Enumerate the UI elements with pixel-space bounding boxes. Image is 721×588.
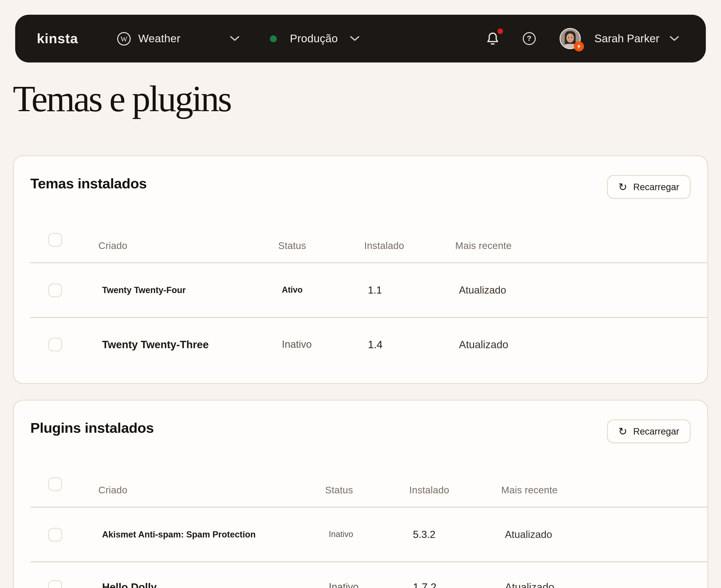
theme-name: Twenty Twenty-Four	[85, 285, 265, 295]
environment-name: Produção	[290, 32, 338, 45]
column-header-instalado: Instalado	[396, 485, 488, 496]
reload-plugins-button[interactable]: ↻ Recarregar	[607, 419, 690, 443]
row-checkbox[interactable]	[48, 580, 62, 588]
table-row: Akismet Anti-spam: Spam Protection Inati…	[31, 508, 707, 561]
page-title: Temas e plugins	[13, 78, 231, 120]
bell-icon	[486, 32, 499, 45]
row-checkbox[interactable]	[48, 528, 62, 541]
avatar	[559, 28, 581, 49]
help-button[interactable]: ?	[523, 32, 536, 45]
theme-version: 1.4	[351, 338, 442, 351]
column-header-status: Status	[312, 485, 396, 496]
table-row: Twenty Twenty-Four Ativo 1.1 Atualizado	[31, 263, 707, 317]
plugin-latest: Atualizado	[488, 581, 707, 588]
refresh-icon: ↻	[618, 426, 627, 437]
chevron-down-icon	[669, 36, 679, 41]
column-header-status: Status	[265, 240, 351, 251]
navbar-right-cluster: ?	[486, 28, 679, 49]
plugin-status: Inativo	[312, 581, 396, 588]
themes-card-header: Temas instalados ↻ Recarregar	[14, 156, 707, 199]
table-row: Twenty Twenty-Three Inativo 1.4 Atualiza…	[31, 318, 707, 371]
column-header-criado: Criado	[85, 240, 265, 251]
themes-card-title: Temas instalados	[31, 175, 147, 192]
help-icon: ?	[523, 32, 536, 45]
table-row: Hello Dolly Inativo 1.7.2 Atualizado	[31, 562, 707, 588]
plugins-table: Criado Status Instalado Mais recente Aki…	[31, 443, 707, 588]
select-all-checkbox[interactable]	[48, 233, 62, 247]
plugins-card-title: Plugins instalados	[31, 420, 154, 436]
notifications-button[interactable]	[486, 32, 499, 45]
column-header-instalado: Instalado	[351, 240, 442, 251]
column-header-mais-recente: Mais recente	[488, 485, 707, 496]
plugin-name: Hello Dolly	[85, 581, 312, 588]
environment-selector[interactable]: Produção	[270, 32, 360, 45]
plugins-table-header: Criado Status Instalado Mais recente	[31, 443, 707, 507]
top-navbar: kinsta W Weather Produção	[15, 15, 706, 62]
themes-card: Temas instalados ↻ Recarregar Criado Sta…	[13, 155, 708, 384]
svg-text:W: W	[120, 35, 127, 43]
theme-status: Ativo	[265, 285, 351, 295]
theme-latest: Atualizado	[442, 284, 707, 296]
environment-status-dot	[270, 35, 277, 42]
theme-name: Twenty Twenty-Three	[85, 338, 265, 351]
notification-dot	[497, 28, 503, 34]
app-root: kinsta W Weather Produção	[0, 0, 721, 588]
themes-table: Criado Status Instalado Mais recente Twe…	[31, 199, 707, 371]
site-selector[interactable]: W Weather	[117, 31, 240, 46]
theme-version: 1.1	[351, 284, 442, 296]
plugin-name: Akismet Anti-spam: Spam Protection	[85, 529, 312, 540]
select-all-checkbox[interactable]	[48, 477, 62, 491]
theme-latest: Atualizado	[442, 338, 707, 351]
plugins-card-header: Plugins instalados ↻ Recarregar	[14, 401, 707, 443]
plugin-latest: Atualizado	[488, 528, 707, 541]
site-name: Weather	[138, 32, 180, 45]
wordpress-icon: W	[117, 31, 131, 46]
plugin-status: Inativo	[312, 530, 396, 539]
reload-themes-button[interactable]: ↻ Recarregar	[607, 175, 690, 199]
column-header-mais-recente: Mais recente	[442, 240, 707, 251]
chevron-down-icon	[350, 36, 359, 41]
plugin-version: 1.7.2	[396, 581, 488, 588]
row-checkbox[interactable]	[48, 283, 62, 297]
reload-button-label: Recarregar	[633, 182, 679, 192]
plugin-version: 5.3.2	[396, 528, 488, 541]
reload-button-label: Recarregar	[633, 426, 679, 437]
lightning-badge	[574, 41, 584, 51]
theme-status: Inativo	[265, 339, 351, 351]
kinsta-logo[interactable]: kinsta	[37, 31, 78, 46]
themes-table-header: Criado Status Instalado Mais recente	[31, 199, 707, 262]
user-menu[interactable]: Sarah Parker	[559, 28, 679, 49]
plugins-card: Plugins instalados ↻ Recarregar Criado S…	[13, 400, 708, 588]
user-name: Sarah Parker	[594, 32, 659, 45]
chevron-down-icon	[230, 36, 240, 41]
column-header-criado: Criado	[85, 485, 312, 496]
row-checkbox[interactable]	[48, 338, 62, 352]
refresh-icon: ↻	[618, 182, 627, 192]
